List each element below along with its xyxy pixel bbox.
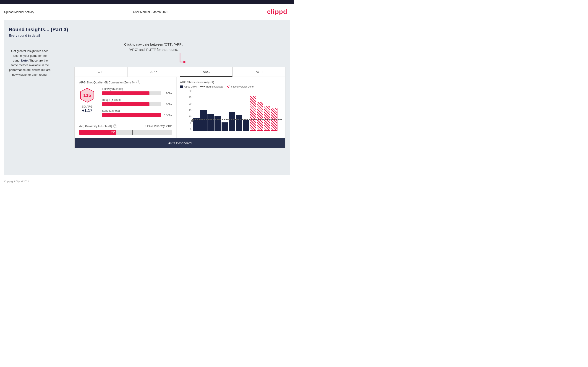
proximity-bar-label: 77' bbox=[111, 131, 115, 134]
proximity-bar-outer: 77' bbox=[79, 130, 172, 135]
svg-marker-0 bbox=[183, 61, 186, 63]
bar-outer-rough bbox=[102, 102, 161, 106]
page-title: Round Insights... (Part 3) bbox=[9, 27, 285, 33]
avg-dot bbox=[191, 120, 193, 122]
hexagon-score: 115 bbox=[79, 87, 95, 103]
sg-label: SG ARG bbox=[82, 105, 92, 108]
bar-outer-fairway bbox=[102, 92, 161, 95]
bar-outer-sand bbox=[102, 113, 161, 117]
bar-label-rough: Rough (5 shots) bbox=[102, 98, 172, 101]
annotation-body: Get greater insight into each facet of y… bbox=[9, 49, 51, 76]
hex-value: 115 bbox=[83, 93, 91, 98]
legend-updown: Up & Down bbox=[180, 85, 197, 88]
chart-bar-5 bbox=[229, 112, 235, 131]
pga-avg: ↑ PGA Tour Avg: 7'10" bbox=[145, 125, 172, 128]
header: Upload Manual Activity User Manual - Mar… bbox=[0, 4, 294, 18]
chart-title: ARG Shots - Proximity (ft) bbox=[180, 81, 214, 84]
chart-wrapper: 30 25 20 15 10 5 0 bbox=[186, 90, 282, 131]
bar-label-sand: Sand (1 shots) bbox=[102, 109, 172, 112]
sg-value: +1.17 bbox=[82, 108, 92, 113]
chart-area: 30 25 20 15 10 5 0 bbox=[192, 90, 282, 131]
right-area: Click to navigate between 'OTT', 'APP','… bbox=[54, 42, 285, 148]
annotation-text: Get greater insight into each facet of y… bbox=[9, 49, 51, 77]
bar-row-fairway: Fairway (5 shots) 80% bbox=[102, 87, 172, 95]
legend-conversion: 6 ft conversion zone bbox=[227, 85, 253, 88]
chart-bars bbox=[192, 90, 282, 131]
bar-label-fairway: Fairway (5 shots) bbox=[102, 87, 172, 91]
proximity-title-wrap: Avg Proximity to Hole (ft) ? bbox=[79, 124, 117, 128]
copyright: Copyright Clippd 2021 bbox=[4, 180, 29, 183]
shot-quality-label: ARG Shot Quality bbox=[79, 81, 103, 84]
proximity-bar-fill: 77' bbox=[79, 130, 116, 135]
legend-roundavg: Round Average bbox=[200, 85, 223, 88]
tab-putt[interactable]: PUTT bbox=[233, 67, 285, 77]
insights-card: OTT APP ARG PUTT bbox=[74, 67, 285, 148]
tab-bar: OTT APP ARG PUTT bbox=[75, 67, 285, 77]
arg-dashboard-button[interactable]: ARG Dashboard bbox=[75, 138, 285, 148]
annotation-note-text: These are the same metrics available in … bbox=[9, 59, 51, 76]
chart-bar-2 bbox=[208, 114, 214, 131]
bars-section: Fairway (5 shots) 80% Rou bbox=[102, 87, 172, 120]
left-panel: Get greater insight into each facet of y… bbox=[9, 42, 54, 148]
page-subtitle: Every round in detail bbox=[9, 33, 285, 37]
left-card-section: ARG Shot Quality 6ft Conversion Zone % ? bbox=[75, 77, 177, 138]
legend-roundavg-label: Round Average bbox=[206, 85, 223, 88]
proximity-help-icon[interactable]: ? bbox=[113, 124, 117, 128]
chart-legend: Up & Down Round Average 6 ft conversion … bbox=[180, 85, 282, 88]
proximity-header: Avg Proximity to Hole (ft) ? ↑ PGA Tour … bbox=[79, 124, 172, 128]
top-bar bbox=[0, 0, 294, 4]
bar-row-rough: Rough (5 shots) 80% bbox=[102, 98, 172, 106]
chart-bar-1 bbox=[200, 110, 207, 131]
bar-fill-fairway bbox=[102, 92, 149, 95]
hexagon-container: 115 SG ARG +1.17 Fairway (5 shots) bbox=[79, 87, 172, 120]
upload-link[interactable]: Upload Manual Activity bbox=[4, 10, 34, 14]
proximity-cursor bbox=[132, 130, 133, 135]
bar-pct-rough: 80% bbox=[163, 103, 172, 106]
bar-fill-sand bbox=[102, 113, 161, 117]
chart-bar-9 bbox=[257, 102, 263, 131]
bar-row-sand: Sand (1 shots) 100% bbox=[102, 109, 172, 117]
tab-arg[interactable]: ARG bbox=[180, 67, 233, 77]
logo: clippd bbox=[267, 8, 287, 16]
dashed-average-line: 8 bbox=[192, 119, 282, 120]
nav-annotation: Click to navigate between 'OTT', 'APP','… bbox=[124, 42, 183, 52]
bar-pct-sand: 100% bbox=[163, 114, 172, 117]
chart-bar-4 bbox=[222, 122, 228, 131]
help-icon[interactable]: ? bbox=[137, 81, 140, 84]
document-title: User Manual - March 2022 bbox=[133, 10, 168, 14]
proximity-label: Avg Proximity to Hole (ft) bbox=[79, 125, 112, 128]
legend-conversion-label: 6 ft conversion zone bbox=[231, 85, 253, 88]
annotation-note-label: Note: bbox=[21, 59, 28, 62]
legend-box-updown bbox=[180, 85, 183, 88]
tab-app[interactable]: APP bbox=[127, 67, 180, 77]
chart-bar-10 bbox=[264, 106, 270, 131]
chart-bar-8 bbox=[250, 96, 256, 131]
chart-bar-7 bbox=[243, 120, 249, 131]
tab-ott[interactable]: OTT bbox=[75, 67, 127, 77]
y-labels: 30 25 20 15 10 5 0 bbox=[187, 90, 191, 131]
proximity-section: Avg Proximity to Hole (ft) ? ↑ PGA Tour … bbox=[79, 124, 172, 135]
bar-pct-fairway: 80% bbox=[163, 92, 172, 95]
main-content: Round Insights... (Part 3) Every round i… bbox=[4, 20, 290, 175]
legend-dashed-line bbox=[200, 86, 205, 87]
hex-wrap: 115 SG ARG +1.17 bbox=[79, 87, 95, 113]
chart-bar-0 bbox=[193, 118, 200, 131]
right-card-section: ARG Shots - Proximity (ft) Up & Down Rou… bbox=[177, 77, 285, 138]
legend-updown-label: Up & Down bbox=[184, 85, 197, 88]
card-body: ARG Shot Quality 6ft Conversion Zone % ? bbox=[75, 77, 285, 138]
chart-bar-6 bbox=[236, 115, 242, 131]
bar-fill-rough bbox=[102, 102, 149, 106]
conversion-zone-label: 6ft Conversion Zone % bbox=[104, 81, 135, 84]
footer: Copyright Clippd 2021 bbox=[0, 177, 294, 186]
chart-bar-3 bbox=[215, 116, 221, 131]
content-layout: Get greater insight into each facet of y… bbox=[9, 42, 285, 148]
left-section-header: ARG Shot Quality 6ft Conversion Zone % ? bbox=[79, 81, 172, 84]
legend-hatch-box bbox=[227, 85, 230, 88]
navigation-arrow bbox=[173, 53, 187, 66]
